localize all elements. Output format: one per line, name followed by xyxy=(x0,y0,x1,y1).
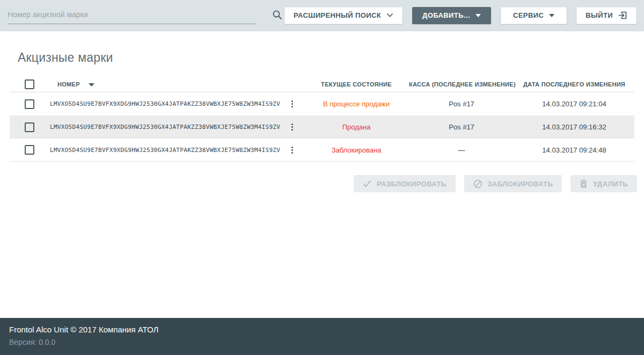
row-menu-kebab-icon[interactable] xyxy=(288,144,296,156)
topbar: РАСШИРЕННЫЙ ПОИСК ДОБАВИТЬ... СЕРВИС ВЫЙ… xyxy=(0,0,644,31)
add-button-label: ДОБАВИТЬ... xyxy=(422,11,470,19)
add-button[interactable]: ДОБАВИТЬ... xyxy=(412,7,491,24)
unblock-button[interactable]: РАЗБЛОКИРОВАТЬ xyxy=(354,175,456,192)
main-content: Акцизные марки НОМЕР ТЕКУЩЕЕ СОСТОЯНИЕ К… xyxy=(0,31,644,318)
logout-button-label: ВЫЙТИ xyxy=(586,11,613,19)
table-row: LMVXO5D4SU9E7BVFX9XDG9HWJ2530GX4JATPAKZZ… xyxy=(10,139,634,162)
stamp-kassa: Pos #17 xyxy=(409,100,514,108)
stamp-kassa: — xyxy=(409,146,514,154)
sort-desc-icon[interactable] xyxy=(89,81,94,88)
row-checkbox[interactable] xyxy=(25,99,34,109)
logout-button[interactable]: ВЫЙТИ xyxy=(576,7,636,24)
chevron-down-icon xyxy=(386,13,393,18)
stamp-date: 14.03.2017 09:16:32 xyxy=(514,123,634,131)
footer: Frontol Alco Unit © 2017 Компания АТОЛ В… xyxy=(0,318,644,355)
block-button[interactable]: ЗАБЛОКИРОВАТЬ xyxy=(464,175,562,192)
column-header-state[interactable]: ТЕКУЩЕЕ СОСТОЯНИЕ xyxy=(304,81,409,88)
search-button[interactable] xyxy=(270,8,284,24)
block-button-label: ЗАБЛОКИРОВАТЬ xyxy=(488,180,553,188)
table-actions: РАЗБЛОКИРОВАТЬ ЗАБЛОКИРОВАТЬ xyxy=(0,175,637,192)
delete-button-label: УДАЛИТЬ xyxy=(593,180,628,188)
row-menu-kebab-icon[interactable] xyxy=(288,98,296,110)
search-icon xyxy=(272,10,282,21)
triangle-down-icon xyxy=(549,14,554,17)
delete-button[interactable]: УДАЛИТЬ xyxy=(570,175,637,192)
column-header-kassa[interactable]: КАССА (ПОСЛЕДНЕЕ ИЗМЕНЕНИЕ) xyxy=(409,81,514,88)
search-field-wrap xyxy=(8,7,256,24)
stamp-state: Продана xyxy=(304,123,409,131)
search-input[interactable] xyxy=(8,7,256,24)
advanced-search-label: РАСШИРЕННЫЙ ПОИСК xyxy=(294,11,381,19)
unblock-button-label: РАЗБЛОКИРОВАТЬ xyxy=(377,180,447,188)
exit-icon xyxy=(618,11,627,20)
row-checkbox[interactable] xyxy=(25,145,34,155)
triangle-down-icon xyxy=(475,14,481,17)
page-title: Акцизные марки xyxy=(18,50,644,65)
table-header-row: НОМЕР ТЕКУЩЕЕ СОСТОЯНИЕ КАССА (ПОСЛЕДНЕЕ… xyxy=(10,76,634,92)
table-row: LMVXO5D4SU9E7BVFX9XDG9HWJ2530GX4JATPAKZZ… xyxy=(10,92,634,115)
select-all-checkbox[interactable] xyxy=(25,79,34,89)
footer-version: Версия: 0.0.0 xyxy=(9,338,635,346)
row-checkbox[interactable] xyxy=(25,122,34,132)
check-icon xyxy=(363,180,371,187)
stamp-state: В процессе продажи xyxy=(304,100,409,108)
stamp-state: Заблокирована xyxy=(304,146,409,154)
advanced-search-button[interactable]: РАСШИРЕННЫЙ ПОИСК xyxy=(284,7,402,24)
block-icon xyxy=(473,179,482,189)
service-button[interactable]: СЕРВИС xyxy=(501,7,567,24)
service-button-label: СЕРВИС xyxy=(513,11,544,19)
excise-stamps-table: НОМЕР ТЕКУЩЕЕ СОСТОЯНИЕ КАССА (ПОСЛЕДНЕЕ… xyxy=(10,76,634,162)
stamp-date: 14.03.2017 09:24:48 xyxy=(514,146,634,154)
trash-icon xyxy=(580,179,588,188)
stamp-number: LMVXO5D4SU9E7BVFX9XDG9HWJ2530GX4JATPAKZZ… xyxy=(49,124,280,131)
stamp-kassa: Pos #17 xyxy=(409,123,514,131)
stamp-number: LMVXO5D4SU9E7BVFX9XDG9HWJ2530GX4JATPAKZZ… xyxy=(49,147,280,154)
stamp-date: 14.03.2017 09:21:04 xyxy=(514,100,634,108)
stamp-number: LMVXO5D4SU9E7BVFX9XDG9HWJ2530GX4JATPAKZZ… xyxy=(49,100,280,107)
table-row: LMVXO5D4SU9E7BVFX9XDG9HWJ2530GX4JATPAKZZ… xyxy=(10,115,634,139)
topbar-buttons: РАСШИРЕННЫЙ ПОИСК ДОБАВИТЬ... СЕРВИС ВЫЙ… xyxy=(284,7,636,24)
row-menu-kebab-icon[interactable] xyxy=(288,121,296,133)
footer-copyright: Frontol Alco Unit © 2017 Компания АТОЛ xyxy=(9,325,635,334)
column-header-number[interactable]: НОМЕР xyxy=(57,81,80,88)
column-header-date[interactable]: ДАТА ПОСЛЕДНЕГО ИЗМЕНЕНИЯ xyxy=(514,81,634,88)
